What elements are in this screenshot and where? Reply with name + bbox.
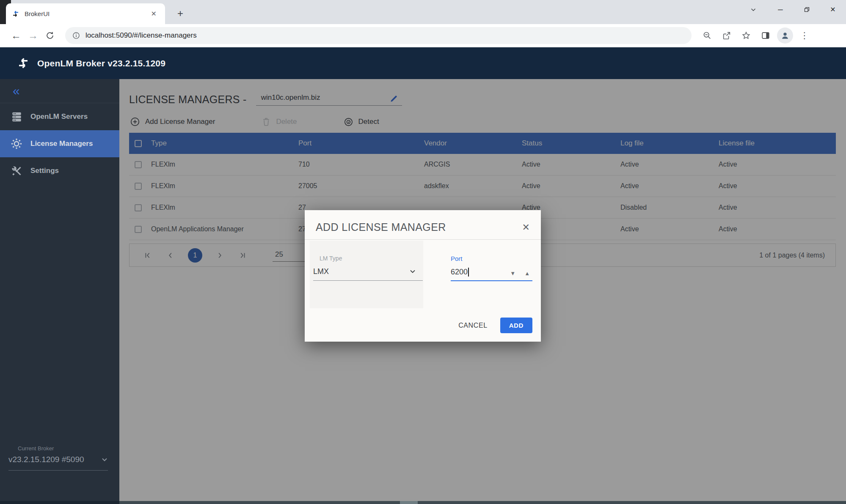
- screen-bottom-edge: [0, 501, 846, 504]
- gear-icon: [9, 138, 24, 150]
- app-header: OpenLM Broker v23.2.15.1209: [0, 47, 846, 79]
- url-text: localhost:5090/#/license-managers: [85, 31, 197, 40]
- port-input[interactable]: Port 6200 ▼ ▲: [451, 255, 532, 281]
- spinner-down-icon[interactable]: ▼: [510, 270, 515, 277]
- lm-type-value: LMX: [313, 267, 329, 276]
- text-cursor: [468, 268, 469, 277]
- sidebar-item-license-managers[interactable]: License Managers: [0, 130, 119, 157]
- chevron-down-icon: [100, 455, 109, 464]
- tab-title: BrokerUI: [25, 10, 149, 17]
- zoom-out-icon[interactable]: [699, 27, 715, 44]
- new-tab-button[interactable]: +: [173, 6, 188, 21]
- refresh-icon[interactable]: [41, 27, 58, 44]
- current-broker-value: v23.2.15.1209 #5090: [8, 455, 84, 464]
- lm-type-select[interactable]: LM Type LMX: [313, 255, 423, 281]
- openlm-favicon-icon: [12, 10, 19, 18]
- sidebar-item-label: Settings: [30, 167, 59, 175]
- port-value: 6200: [451, 268, 468, 277]
- back-icon[interactable]: ←: [8, 27, 25, 44]
- current-broker-label: Current Broker: [18, 445, 119, 452]
- close-button[interactable]: ✕: [820, 0, 846, 19]
- forward-icon[interactable]: →: [25, 27, 41, 44]
- side-panel-icon[interactable]: [758, 27, 774, 44]
- tab-strip: BrokerUI ✕ + ─ ✕: [0, 0, 846, 24]
- site-info-icon[interactable]: [72, 31, 80, 40]
- sidebar-item-settings[interactable]: Settings: [0, 157, 119, 184]
- port-label: Port: [451, 255, 532, 262]
- spinner-up-icon[interactable]: ▲: [524, 270, 530, 277]
- lm-type-label: LM Type: [313, 255, 423, 262]
- share-icon[interactable]: [719, 27, 735, 44]
- tab-search-chevron-icon[interactable]: [750, 6, 757, 14]
- sidebar: «: [0, 79, 119, 501]
- app-title: OpenLM Broker v23.2.15.1209: [37, 58, 165, 68]
- url-field[interactable]: localhost:5090/#/license-managers: [65, 27, 692, 44]
- tools-icon: [9, 165, 24, 177]
- add-button[interactable]: ADD: [500, 318, 532, 333]
- current-broker-selector[interactable]: Current Broker v23.2.15.1209 #5090: [0, 445, 119, 471]
- sidebar-item-openlm-servers[interactable]: OpenLM Servers: [0, 103, 119, 130]
- cancel-button[interactable]: CANCEL: [458, 322, 488, 329]
- chevron-down-icon: [408, 267, 417, 276]
- dialog-title: ADD LICENSE MANAGER: [316, 221, 446, 233]
- browser-chrome: BrokerUI ✕ + ─ ✕ ← →: [0, 0, 846, 47]
- restore-button[interactable]: [794, 0, 820, 19]
- sidebar-collapse-icon[interactable]: «: [13, 85, 20, 97]
- profile-avatar[interactable]: [777, 27, 793, 44]
- bookmark-star-icon[interactable]: [738, 27, 754, 44]
- tab-close-icon[interactable]: ✕: [149, 9, 159, 19]
- browser-tab[interactable]: BrokerUI ✕: [6, 3, 165, 24]
- sidebar-item-label: OpenLM Servers: [30, 112, 88, 121]
- broker-app: OpenLM Broker v23.2.15.1209 «: [0, 47, 846, 504]
- add-license-manager-dialog: ADD LICENSE MANAGER ✕ LM Type LMX Port 6…: [305, 210, 541, 342]
- address-bar: ← → localhost:5090/#/license-managers: [0, 24, 846, 47]
- minimize-button[interactable]: ─: [767, 0, 794, 19]
- sidebar-item-label: License Managers: [30, 140, 93, 148]
- openlm-logo-icon: [17, 57, 30, 70]
- dialog-close-icon[interactable]: ✕: [522, 222, 530, 233]
- browser-menu-icon[interactable]: ⋮: [796, 27, 813, 44]
- servers-icon: [9, 111, 24, 123]
